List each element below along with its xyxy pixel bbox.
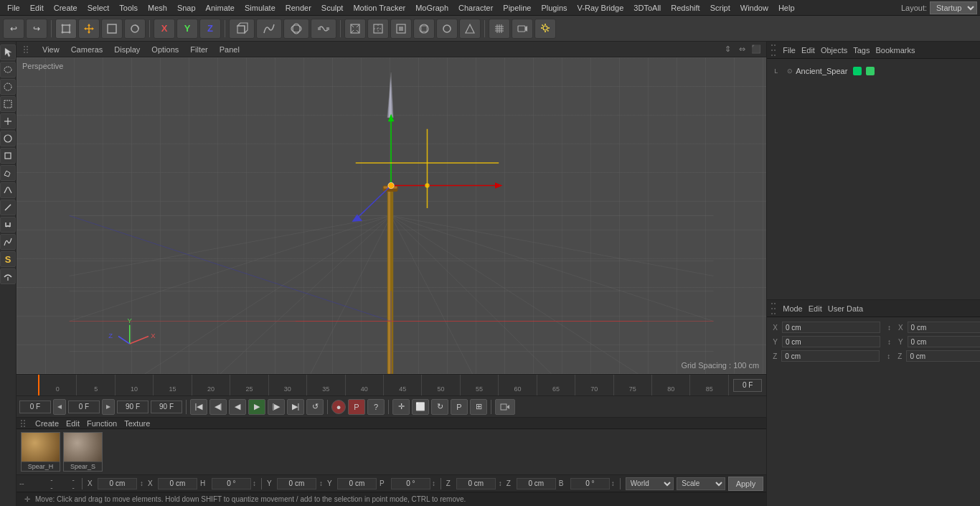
menu-create[interactable]: Create: [50, 2, 82, 14]
prev-frame-stepper[interactable]: [53, 399, 66, 415]
b-field[interactable]: [570, 478, 610, 489]
menu-3dtoall[interactable]: 3DToAll: [629, 2, 665, 14]
viewport-icon-3[interactable]: ⬛: [750, 44, 762, 55]
smooth-btn[interactable]: [0, 268, 16, 284]
menu-pipeline[interactable]: Pipeline: [499, 2, 535, 14]
viewport-display-menu[interactable]: Display: [111, 44, 143, 55]
start-frame-field[interactable]: [19, 400, 51, 413]
translate-btn[interactable]: [0, 113, 16, 129]
poly-pen-btn[interactable]: [0, 165, 16, 181]
attr-arrow-5[interactable]: ↕: [887, 352, 890, 360]
nurbs-button[interactable]: [283, 19, 309, 39]
mat-function-menu[interactable]: Function: [87, 419, 117, 428]
object-row-1[interactable]: L ⊙ Ancient_Spear: [771, 63, 980, 79]
menu-help[interactable]: Help: [774, 2, 799, 14]
magnet-btn[interactable]: [0, 217, 16, 233]
menu-simulate[interactable]: Simulate: [240, 2, 280, 14]
viewport-panel-menu[interactable]: Panel: [217, 44, 242, 55]
scale-tool-button[interactable]: [101, 19, 123, 39]
apply-button[interactable]: Apply: [728, 477, 764, 491]
scale-btn[interactable]: [0, 148, 16, 164]
h-arrow[interactable]: ↕: [253, 479, 256, 487]
next-frame-stepper[interactable]: [102, 399, 115, 415]
menu-redshift[interactable]: Redshift: [666, 2, 704, 14]
menu-character[interactable]: Character: [454, 2, 497, 14]
obj-tags-menu[interactable]: Tags: [853, 46, 870, 55]
go-to-end-btn[interactable]: ▶|: [287, 399, 304, 415]
y-arrow[interactable]: ↕: [319, 479, 323, 487]
attr-y-field[interactable]: [782, 336, 880, 347]
x-rot-field[interactable]: [158, 478, 197, 489]
menu-plugins[interactable]: Plugins: [537, 2, 571, 14]
viewport-icon-2[interactable]: ⇔: [736, 44, 748, 55]
y-rot-field[interactable]: [337, 478, 377, 489]
bridge-btn[interactable]: [0, 182, 16, 198]
viewport-cameras-menu[interactable]: Cameras: [68, 44, 106, 55]
step-fwd-btn[interactable]: |▶: [268, 399, 285, 415]
undo-button[interactable]: ↩: [3, 19, 24, 39]
material-swatch-1[interactable]: Spear_H: [21, 432, 60, 472]
x-position-field[interactable]: [98, 478, 137, 489]
mat-create-menu[interactable]: Create: [35, 419, 59, 428]
b-arrow[interactable]: ↕: [611, 479, 615, 487]
attr-edit-menu[interactable]: Edit: [809, 304, 822, 313]
attr-arrow-3[interactable]: ↕: [887, 338, 891, 346]
z-axis-button[interactable]: Z: [199, 19, 221, 39]
step-back-btn[interactable]: ◀|: [209, 399, 227, 415]
cube-button[interactable]: [229, 19, 255, 39]
play-back-btn[interactable]: ◀: [229, 399, 246, 415]
menu-select[interactable]: Select: [83, 2, 114, 14]
attr-mode-menu[interactable]: Mode: [783, 304, 803, 313]
play-fwd-btn[interactable]: ▶: [248, 399, 265, 415]
mat-texture-menu[interactable]: Texture: [124, 419, 150, 428]
material-swatch-2[interactable]: Spear_S: [63, 432, 103, 472]
z-rot-field[interactable]: [517, 478, 556, 489]
obj-edit-menu[interactable]: Edit: [801, 46, 815, 55]
menu-tools[interactable]: Tools: [115, 2, 142, 14]
record-pos-btn[interactable]: P: [348, 399, 365, 415]
transport-frame-field[interactable]: [68, 400, 100, 413]
world-dropdown[interactable]: World Object: [626, 477, 674, 490]
select-tool-btn[interactable]: [0, 44, 16, 60]
menu-sculpt[interactable]: Sculpt: [317, 2, 348, 14]
x-arrow[interactable]: ↕: [140, 479, 143, 487]
menu-vray[interactable]: V-Ray Bridge: [573, 2, 628, 14]
obj-objects-menu[interactable]: Objects: [821, 46, 847, 55]
menu-mograph[interactable]: MoGraph: [411, 2, 453, 14]
perspective-button[interactable]: [344, 19, 366, 39]
render-to-po-button[interactable]: [436, 19, 458, 39]
attr-x-field[interactable]: [782, 322, 880, 333]
h-field[interactable]: [212, 478, 251, 489]
render-button[interactable]: [413, 19, 435, 39]
scale-dropdown[interactable]: Scale Size: [677, 477, 725, 490]
menu-mesh[interactable]: Mesh: [143, 2, 171, 14]
mat-edit-menu[interactable]: Edit: [66, 419, 80, 428]
y-axis-button[interactable]: Y: [176, 19, 198, 39]
x-axis-button[interactable]: X: [154, 19, 175, 39]
viewport-options-menu[interactable]: Options: [149, 44, 182, 55]
obj-bookmarks-menu[interactable]: Bookmarks: [875, 46, 915, 55]
spline-button[interactable]: [256, 19, 282, 39]
knife-btn[interactable]: [0, 200, 16, 215]
menu-motion-tracker[interactable]: Motion Tracker: [349, 2, 410, 14]
menu-snap[interactable]: Snap: [173, 2, 200, 14]
menu-script[interactable]: Script: [706, 2, 735, 14]
scale-key-btn[interactable]: ⬜: [412, 399, 429, 415]
rotate-tool-button[interactable]: [124, 19, 146, 39]
attr-y2-field[interactable]: [908, 336, 980, 347]
live-select-btn[interactable]: [0, 79, 16, 95]
obj-file-menu[interactable]: File: [783, 46, 796, 55]
rotate-key-btn[interactable]: ↻: [431, 399, 448, 415]
rotate-btn[interactable]: [0, 131, 16, 146]
viewport-view-menu[interactable]: View: [39, 44, 62, 55]
lasso-tool-btn[interactable]: [0, 62, 16, 78]
top-view-button[interactable]: [367, 19, 389, 39]
end-frame-field[interactable]: [117, 400, 149, 413]
menu-window[interactable]: Window: [736, 2, 773, 14]
timeline[interactable]: 0 5 10 15 20 25 30 35 40 45 50 55 60 65 …: [17, 374, 766, 395]
redo-button[interactable]: ↪: [26, 19, 47, 39]
grid-button[interactable]: [489, 19, 510, 39]
render-settings-button[interactable]: [459, 19, 481, 39]
current-frame-display[interactable]: [733, 379, 762, 392]
viewport-icon-1[interactable]: ⇕: [722, 44, 733, 55]
